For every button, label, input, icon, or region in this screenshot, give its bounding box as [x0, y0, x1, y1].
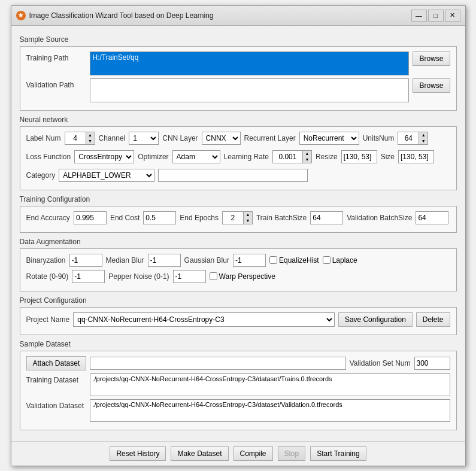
- end-epochs-input[interactable]: [222, 211, 243, 224]
- attach-dataset-button[interactable]: Attach Dataset: [26, 356, 87, 370]
- train-batch-label: Train BatchSize: [256, 214, 307, 222]
- recurrent-layer-label: Recurrent Layer: [244, 134, 296, 142]
- channel-label: Channel: [99, 134, 126, 142]
- window-title: Image Classification Wizard Tool based o…: [29, 11, 214, 20]
- equalize-hist-checkbox-label[interactable]: EqualizeHist: [269, 256, 319, 265]
- pepper-noise-input[interactable]: [173, 270, 206, 283]
- project-name-select[interactable]: qq-CNNX-NoRecurrent-H64-CrossEntropy-C3: [73, 312, 335, 327]
- learning-rate-spinner: ▲ ▼: [272, 150, 312, 163]
- binaryzation-label: Binaryzation: [26, 256, 66, 265]
- training-config-label: Training Configuration: [20, 195, 457, 203]
- end-cost-input[interactable]: [143, 211, 176, 224]
- main-window: ★ Image Classification Wizard Tool based…: [11, 5, 466, 466]
- bottom-bar: Reset History Make Dataset Compile Stop …: [11, 441, 465, 466]
- binaryzation-input[interactable]: [69, 254, 102, 267]
- units-num-down[interactable]: ▼: [419, 138, 428, 144]
- warp-perspective-checkbox[interactable]: [210, 272, 217, 280]
- title-bar: ★ Image Classification Wizard Tool based…: [11, 6, 465, 26]
- loss-function-label: Loss Function: [26, 153, 71, 161]
- laplace-label: Laplace: [332, 256, 357, 265]
- project-name-label: Project Name: [26, 315, 70, 324]
- data-augmentation-section: Binaryzation Median Blur Gaussian Blur E…: [20, 248, 457, 291]
- validation-set-num-label: Validation Set Num: [350, 359, 411, 367]
- compile-button[interactable]: Compile: [234, 446, 273, 461]
- validation-browse-button[interactable]: Browse: [413, 78, 450, 93]
- delete-button[interactable]: Delete: [416, 312, 450, 327]
- cnn-layer-label: CNN Layer: [162, 134, 198, 142]
- equalize-hist-checkbox[interactable]: [269, 256, 277, 264]
- training-dataset-label: Training Dataset: [26, 373, 86, 384]
- gaussian-blur-input[interactable]: [233, 254, 266, 267]
- median-blur-input[interactable]: [148, 254, 181, 267]
- rotate-input[interactable]: [72, 270, 105, 283]
- resize-label: Resize: [316, 153, 338, 161]
- units-num-up[interactable]: ▲: [419, 132, 428, 138]
- nn-row2: Loss Function CrossEntropy CTC MSE Optim…: [26, 150, 450, 163]
- end-epochs-label: End Epochs: [180, 214, 219, 222]
- channel-select[interactable]: 1 3: [129, 132, 159, 145]
- start-training-button[interactable]: Start Training: [310, 446, 366, 461]
- validation-set-num-input[interactable]: [414, 357, 450, 370]
- train-batch-input[interactable]: [310, 211, 343, 224]
- warp-perspective-label: Warp Perspective: [219, 272, 275, 281]
- optimizer-select[interactable]: Adam SGD RMSProp: [172, 150, 220, 163]
- training-browse-button[interactable]: Browse: [413, 51, 450, 66]
- maximize-button[interactable]: □: [428, 10, 444, 22]
- laplace-checkbox[interactable]: [323, 256, 331, 264]
- close-button[interactable]: ✕: [445, 10, 460, 22]
- label-num-input[interactable]: [65, 132, 86, 145]
- validation-dataset-textarea[interactable]: ./projects/qq-CNNX-NoRecurrent-H64-Cross…: [90, 399, 450, 422]
- validation-path-row: Validation Path Browse: [26, 78, 450, 102]
- training-dataset-textarea[interactable]: ./projects/qq-CNNX-NoRecurrent-H64-Cross…: [90, 373, 450, 396]
- resize-input[interactable]: [341, 150, 377, 163]
- laplace-checkbox-label[interactable]: Laplace: [323, 256, 357, 265]
- title-bar-left: ★ Image Classification Wizard Tool based…: [16, 11, 214, 20]
- lr-down[interactable]: ▼: [303, 157, 311, 163]
- epochs-down[interactable]: ▼: [244, 218, 252, 224]
- learning-rate-btns: ▲ ▼: [302, 150, 312, 163]
- label-num-btns: ▲ ▼: [86, 132, 95, 145]
- validation-path-input[interactable]: [90, 78, 410, 102]
- size-label: Size: [381, 153, 395, 161]
- lr-up[interactable]: ▲: [303, 151, 311, 157]
- size-input[interactable]: [398, 150, 434, 163]
- end-epochs-spinner: ▲ ▼: [222, 211, 253, 224]
- training-path-input[interactable]: [90, 51, 410, 75]
- learning-rate-label: Learning Rate: [224, 153, 269, 161]
- cnn-layer-select[interactable]: CNNX CNN3 CNN4: [202, 132, 241, 145]
- validation-batch-input[interactable]: [416, 211, 448, 224]
- end-cost-label: End Cost: [110, 214, 140, 222]
- units-num-label: UnitsNum: [363, 134, 395, 142]
- category-extra-input[interactable]: [158, 169, 308, 182]
- category-label: Category: [26, 171, 56, 180]
- data-augmentation-label: Data Augmentation: [20, 238, 457, 246]
- epochs-up[interactable]: ▲: [244, 212, 252, 218]
- project-config-section: Project Name qq-CNNX-NoRecurrent-H64-Cro…: [20, 307, 457, 335]
- validation-batch-label: Validation BatchSize: [347, 214, 412, 222]
- dataset-row1: Attach Dataset Validation Set Num: [26, 356, 450, 370]
- warp-perspective-checkbox-label[interactable]: Warp Perspective: [210, 272, 275, 281]
- project-config-label: Project Configuration: [20, 296, 457, 305]
- units-num-input[interactable]: [398, 132, 419, 145]
- end-epochs-btns: ▲ ▼: [243, 211, 253, 224]
- units-num-spinner: ▲ ▼: [398, 132, 428, 145]
- label-num-up[interactable]: ▲: [86, 132, 95, 138]
- loss-function-select[interactable]: CrossEntropy CTC MSE: [74, 150, 134, 163]
- stop-button[interactable]: Stop: [278, 446, 306, 461]
- training-config-section: End Accuracy End Cost End Epochs ▲ ▼ Tra…: [20, 206, 457, 233]
- recurrent-layer-select[interactable]: NoRecurrent LSTM GRU: [299, 132, 359, 145]
- pepper-noise-label: Pepper Noise (0-1): [108, 272, 169, 281]
- minimize-button[interactable]: —: [411, 10, 427, 22]
- category-select[interactable]: ALPHABET_LOWER ALPHABET_UPPER DIGITS: [59, 169, 154, 182]
- learning-rate-input[interactable]: [272, 150, 302, 163]
- make-dataset-button[interactable]: Make Dataset: [171, 446, 228, 461]
- validation-path-label: Validation Path: [26, 78, 86, 89]
- label-num-down[interactable]: ▼: [86, 138, 95, 144]
- nn-row1: Label Num ▲ ▼ Channel 1 3 CNN Layer CNNX…: [26, 132, 450, 145]
- save-config-button[interactable]: Save Configuration: [338, 312, 413, 327]
- attach-dataset-input[interactable]: [90, 357, 345, 370]
- sample-source-section: Training Path Browse Validation Path Bro…: [20, 46, 457, 111]
- end-accuracy-input[interactable]: [74, 211, 107, 224]
- reset-history-button[interactable]: Reset History: [110, 446, 166, 461]
- label-num-spinner: ▲ ▼: [65, 132, 95, 145]
